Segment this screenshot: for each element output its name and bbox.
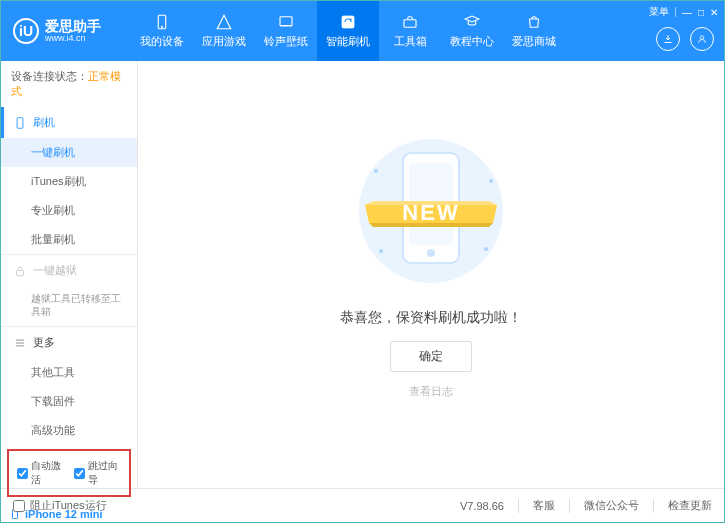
main-content: NEW 恭喜您，保资料刷机成功啦！ 确定 查看日志 bbox=[138, 61, 724, 488]
wechat-link[interactable]: 微信公众号 bbox=[584, 498, 639, 513]
jailbreak-note: 越狱工具已转移至工具箱 bbox=[1, 286, 137, 326]
group-head-flash[interactable]: 刷机 bbox=[1, 107, 137, 138]
svg-point-16 bbox=[379, 249, 383, 253]
status-label: 设备连接状态： bbox=[11, 70, 88, 82]
group-title: 刷机 bbox=[33, 115, 55, 130]
svg-point-17 bbox=[484, 247, 488, 251]
download-button[interactable] bbox=[656, 27, 680, 51]
checkbox-label: 自动激活 bbox=[31, 459, 64, 487]
nav-apps[interactable]: 应用游戏 bbox=[193, 1, 255, 61]
nav-label: 工具箱 bbox=[394, 34, 427, 49]
top-nav: 我的设备 应用游戏 铃声壁纸 智能刷机 工具箱 教程中心 爱思商城 bbox=[131, 1, 724, 61]
svg-point-12 bbox=[427, 249, 435, 257]
user-icon bbox=[696, 33, 708, 45]
menu-button[interactable]: 菜单 bbox=[649, 5, 669, 19]
wallpaper-icon bbox=[277, 13, 295, 31]
group-jailbreak: 一键越狱 越狱工具已转移至工具箱 bbox=[1, 255, 137, 327]
list-icon bbox=[13, 336, 27, 350]
group-more: 更多 其他工具 下载固件 高级功能 bbox=[1, 327, 137, 445]
separator bbox=[518, 499, 519, 513]
svg-rect-4 bbox=[404, 20, 416, 28]
sidebar-item-pro[interactable]: 专业刷机 bbox=[1, 196, 137, 225]
nav-label: 应用游戏 bbox=[202, 34, 246, 49]
svg-point-15 bbox=[489, 179, 493, 183]
checkbox-auto-activate[interactable]: 自动激活 bbox=[17, 459, 64, 487]
view-log-link[interactable]: 查看日志 bbox=[409, 384, 453, 399]
app-header: iU 爱思助手 www.i4.cn 我的设备 应用游戏 铃声壁纸 智能刷机 工具… bbox=[1, 1, 724, 61]
svg-rect-3 bbox=[342, 16, 354, 28]
separator bbox=[569, 499, 570, 513]
sidebar: 设备连接状态：正常模式 刷机 一键刷机 iTunes刷机 专业刷机 批量刷机 一… bbox=[1, 61, 138, 488]
download-icon bbox=[662, 33, 674, 45]
nav-label: 教程中心 bbox=[450, 34, 494, 49]
store-icon bbox=[525, 13, 543, 31]
nav-store[interactable]: 爱思商城 bbox=[503, 1, 565, 61]
block-itunes-checkbox[interactable]: 阻止iTunes运行 bbox=[13, 498, 107, 513]
success-illustration: NEW bbox=[331, 131, 531, 291]
sidebar-item-download-fw[interactable]: 下载固件 bbox=[1, 387, 137, 416]
update-link[interactable]: 检查更新 bbox=[668, 498, 712, 513]
nav-toolbox[interactable]: 工具箱 bbox=[379, 1, 441, 61]
checkbox-label: 跳过向导 bbox=[88, 459, 121, 487]
sidebar-item-batch[interactable]: 批量刷机 bbox=[1, 225, 137, 254]
minimize-button[interactable]: — bbox=[682, 7, 692, 18]
separator bbox=[675, 7, 676, 17]
nav-label: 智能刷机 bbox=[326, 34, 370, 49]
svg-point-1 bbox=[161, 26, 163, 28]
logo-icon: iU bbox=[13, 18, 39, 44]
nav-my-device[interactable]: 我的设备 bbox=[131, 1, 193, 61]
checkbox-input[interactable] bbox=[17, 468, 28, 479]
success-message: 恭喜您，保资料刷机成功啦！ bbox=[340, 309, 522, 327]
nav-tutorial[interactable]: 教程中心 bbox=[441, 1, 503, 61]
tutorial-icon bbox=[463, 13, 481, 31]
maximize-button[interactable]: □ bbox=[698, 7, 704, 18]
svg-point-14 bbox=[374, 169, 378, 173]
svg-point-5 bbox=[700, 36, 704, 40]
sidebar-item-itunes[interactable]: iTunes刷机 bbox=[1, 167, 137, 196]
separator bbox=[653, 499, 654, 513]
group-title: 更多 bbox=[33, 335, 55, 350]
sidebar-item-other-tools[interactable]: 其他工具 bbox=[1, 358, 137, 387]
group-head-jailbreak[interactable]: 一键越狱 bbox=[1, 255, 137, 286]
group-flash: 刷机 一键刷机 iTunes刷机 专业刷机 批量刷机 bbox=[1, 107, 137, 255]
group-title: 一键越狱 bbox=[33, 263, 77, 278]
block-itunes-label: 阻止iTunes运行 bbox=[30, 498, 107, 513]
user-button[interactable] bbox=[690, 27, 714, 51]
version-label: V7.98.66 bbox=[460, 500, 504, 512]
flash-icon bbox=[339, 13, 357, 31]
nav-wallpaper[interactable]: 铃声壁纸 bbox=[255, 1, 317, 61]
nav-label: 我的设备 bbox=[140, 34, 184, 49]
app-url: www.i4.cn bbox=[45, 33, 101, 44]
footer-right: V7.98.66 客服 微信公众号 检查更新 bbox=[460, 498, 712, 513]
service-link[interactable]: 客服 bbox=[533, 498, 555, 513]
connection-status: 设备连接状态：正常模式 bbox=[1, 61, 137, 107]
toolbox-icon bbox=[401, 13, 419, 31]
group-head-more[interactable]: 更多 bbox=[1, 327, 137, 358]
body: 设备连接状态：正常模式 刷机 一键刷机 iTunes刷机 专业刷机 批量刷机 一… bbox=[1, 61, 724, 488]
phone-icon bbox=[13, 116, 27, 130]
svg-rect-2 bbox=[280, 17, 292, 26]
logo-text: 爱思助手 www.i4.cn bbox=[45, 19, 101, 44]
checkbox-input[interactable] bbox=[74, 468, 85, 479]
lock-icon bbox=[13, 264, 27, 278]
logo-area: iU 爱思助手 www.i4.cn bbox=[1, 18, 131, 44]
window-controls: 菜单 — □ ✕ bbox=[649, 5, 718, 19]
app-title: 爱思助手 bbox=[45, 19, 101, 33]
ok-button[interactable]: 确定 bbox=[390, 341, 472, 372]
nav-flash[interactable]: 智能刷机 bbox=[317, 1, 379, 61]
header-actions bbox=[656, 27, 714, 51]
checkbox-row: 自动激活 跳过向导 bbox=[7, 449, 131, 497]
nav-label: 铃声壁纸 bbox=[264, 34, 308, 49]
svg-rect-7 bbox=[17, 270, 24, 275]
sidebar-item-oneclick[interactable]: 一键刷机 bbox=[1, 138, 137, 167]
checkbox-input[interactable] bbox=[13, 500, 25, 512]
phone-icon bbox=[153, 13, 171, 31]
checkbox-skip-guide[interactable]: 跳过向导 bbox=[74, 459, 121, 487]
close-button[interactable]: ✕ bbox=[710, 7, 718, 18]
svg-text:NEW: NEW bbox=[402, 200, 459, 225]
apps-icon bbox=[215, 13, 233, 31]
sidebar-item-advanced[interactable]: 高级功能 bbox=[1, 416, 137, 445]
nav-label: 爱思商城 bbox=[512, 34, 556, 49]
svg-rect-6 bbox=[17, 117, 23, 128]
